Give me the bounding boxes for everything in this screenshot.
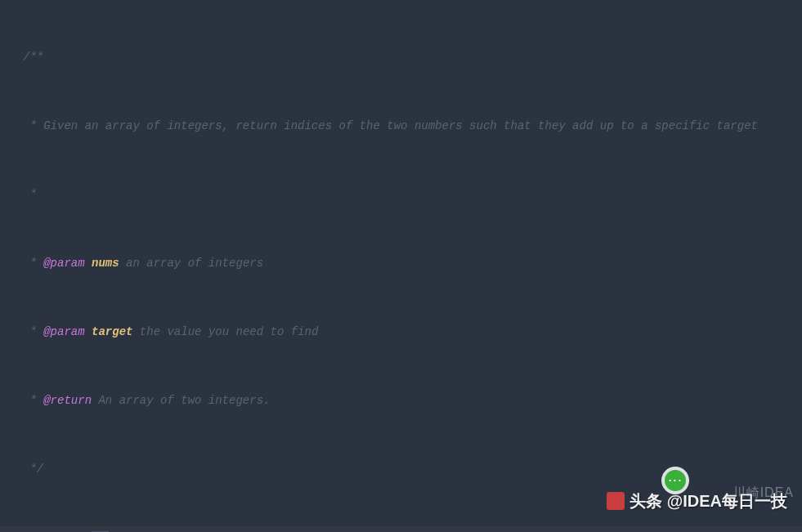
comment-start: /** bbox=[23, 51, 43, 64]
watermark-logo-icon bbox=[607, 492, 625, 510]
doc-param-tag: @param bbox=[43, 257, 84, 270]
code-line: * bbox=[0, 183, 802, 206]
code-editor[interactable]: /** * Given an array of integers, return… bbox=[0, 0, 802, 532]
code-line: * @param nums an array of integers bbox=[0, 252, 802, 275]
doc-param-tag: @param bbox=[43, 325, 84, 338]
watermark: 头条 @IDEA每日一技 bbox=[607, 490, 787, 512]
doc-return-tag: @return bbox=[43, 394, 92, 407]
code-line: /** bbox=[0, 46, 802, 69]
code-line: * @return An array of two integers. bbox=[0, 389, 802, 412]
code-line-current: public int[] x(int[] nums, int target) { bbox=[0, 526, 802, 532]
code-line: * Given an array of integers, return ind… bbox=[0, 114, 802, 137]
code-line: * @param target the value you need to fi… bbox=[0, 320, 802, 343]
watermark-handle: @IDEA每日一技 bbox=[667, 490, 787, 512]
watermark-label: 头条 bbox=[630, 490, 662, 512]
comment-end: */ bbox=[23, 463, 43, 476]
